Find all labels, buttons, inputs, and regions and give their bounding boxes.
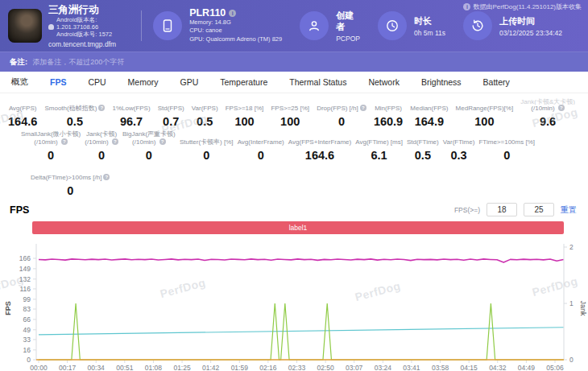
stat-item: Drop(FPS) [/h]?0: [317, 96, 366, 128]
stat-item: Var(FTime)0.3: [443, 130, 475, 162]
stat-value: 100: [474, 115, 494, 128]
svg-text:00:51: 00:51: [116, 364, 134, 371]
svg-text:04:15: 04:15: [461, 364, 478, 371]
tab-概览[interactable]: 概览: [11, 76, 28, 88]
stat-item: BigJank(严重卡顿)(/10min) ?0: [122, 130, 176, 162]
svg-text:99: 99: [23, 295, 31, 303]
svg-text:05:06: 05:06: [546, 364, 564, 371]
creator-label: 创建者: [336, 10, 360, 32]
svg-text:Jank: Jank: [579, 300, 587, 316]
android-icon: [48, 24, 54, 30]
svg-text:0: 0: [569, 356, 574, 364]
fps-threshold-input-2[interactable]: [524, 203, 554, 216]
tab-battery[interactable]: Battery: [483, 77, 510, 87]
fps-threshold-controls: FPS(>=) 重置: [454, 203, 577, 216]
tab-cpu[interactable]: CPU: [88, 77, 106, 87]
stat-value: 0: [203, 149, 209, 162]
stat-item: Avg(FPS)164.6: [8, 96, 37, 128]
label1-marker-banner[interactable]: label1: [32, 221, 564, 234]
help-icon[interactable]: ?: [103, 174, 110, 180]
upload-time-label: 上传时间: [499, 15, 562, 27]
stats-row-1: Avg(FPS)164.6Smooth(稳帧指数)?0.51%Low(FPS)9…: [0, 93, 588, 128]
perfdog-report-page: { "header": { "app": { "title": "三角洲行动",…: [0, 0, 588, 371]
stat-value: 100: [234, 115, 254, 128]
stat-item: 1%Low(FPS)96.7: [112, 96, 150, 128]
svg-text:04:32: 04:32: [489, 364, 507, 371]
fps-jank-chart[interactable]: 016334966839911613214916601200:0000:1700…: [0, 237, 588, 371]
svg-text:02:16: 02:16: [259, 364, 277, 371]
note-input[interactable]: 添加备注，不超过200个字符: [32, 57, 124, 68]
svg-text:03:58: 03:58: [432, 364, 449, 371]
svg-text:00:34: 00:34: [88, 364, 106, 371]
svg-text:02:50: 02:50: [317, 364, 334, 371]
stat-item: Avg(FPS+InterFrame)164.6: [288, 130, 351, 162]
svg-text:149: 149: [19, 265, 31, 273]
upload-time-value: 03/12/2025 23:34:42: [499, 29, 562, 37]
svg-text:03:41: 03:41: [403, 364, 420, 371]
svg-text:2: 2: [569, 243, 574, 251]
stat-value: 164.9: [415, 115, 444, 128]
stat-value: 160.9: [374, 115, 403, 128]
tab-network[interactable]: Network: [368, 77, 400, 87]
note-label: 备注:: [10, 57, 27, 68]
clock-icon: [385, 19, 400, 33]
stat-item: FPS>=25 [%]100: [271, 96, 309, 128]
svg-text:03:24: 03:24: [375, 364, 392, 371]
svg-text:132: 132: [19, 275, 31, 283]
svg-text:1: 1: [569, 299, 574, 307]
help-icon[interactable]: ?: [360, 105, 366, 111]
stat-item: MedRange(FPS)[%]100: [456, 96, 514, 128]
stat-value: 0.5: [67, 115, 83, 128]
help-icon[interactable]: ?: [112, 138, 118, 145]
stat-value: 0: [146, 149, 152, 162]
game-app-icon: [8, 9, 42, 43]
tab-temperature[interactable]: Temperature: [220, 77, 267, 87]
stat-item: Min(FPS)160.9: [374, 96, 403, 128]
stat-value: 0: [338, 115, 345, 128]
stat-value: 0.5: [197, 115, 213, 128]
help-icon[interactable]: ?: [98, 105, 105, 111]
svg-text:FPS: FPS: [4, 301, 12, 315]
svg-text:00:00: 00:00: [30, 364, 48, 371]
svg-text:01:42: 01:42: [202, 364, 220, 371]
creator-icon-circle: [300, 11, 329, 40]
app-info-block: 三角洲行动 Android版本名: 1.201.37108.66 Android…: [48, 4, 136, 48]
help-icon[interactable]: ?: [61, 138, 68, 145]
svg-text:166: 166: [19, 254, 31, 262]
stat-value: 164.6: [8, 115, 37, 128]
header-divider: [141, 10, 142, 41]
svg-text:02:33: 02:33: [288, 364, 306, 371]
device-info-icon[interactable]: i: [229, 10, 236, 17]
duration-block: 时长 0h 5m 11s: [378, 11, 445, 40]
device-block: PLR110i Memory: 14.8G CPU: canoe GPU: Qu…: [153, 8, 282, 44]
tab-gpu[interactable]: GPU: [180, 77, 199, 87]
tab-brightness[interactable]: Brightness: [421, 77, 462, 87]
stat-item: Std(FTime)0.5: [407, 130, 439, 162]
stat-value: 100: [280, 115, 300, 128]
note-bar: 备注: 添加备注，不超过200个字符: [0, 52, 588, 72]
stat-value: 0.5: [415, 149, 431, 162]
tab-memory[interactable]: Memory: [128, 77, 159, 87]
tab-thermal-status[interactable]: Thermal Status: [289, 77, 346, 87]
help-icon[interactable]: ?: [159, 138, 166, 145]
tab-fps[interactable]: FPS: [50, 77, 66, 87]
help-icon[interactable]: ?: [558, 105, 565, 111]
fps-threshold-input-1[interactable]: [487, 203, 517, 216]
stat-value: 164.6: [305, 149, 334, 162]
reset-link[interactable]: 重置: [561, 204, 577, 216]
svg-text:116: 116: [19, 285, 31, 293]
app-package: com.tencent.tmgp.dfm: [48, 40, 136, 48]
device-icon-circle: [153, 11, 182, 40]
upload-icon-circle: [463, 11, 492, 40]
stat-value: 0.7: [163, 115, 179, 128]
user-icon: [307, 19, 321, 33]
svg-text:0: 0: [27, 356, 31, 364]
fps-chart-title: FPS: [10, 204, 29, 216]
stat-item: FPS>=18 [%]100: [226, 96, 264, 128]
svg-text:01:25: 01:25: [173, 364, 191, 371]
report-header: 三角洲行动 Android版本名: 1.201.37108.66 Android…: [0, 0, 588, 52]
device-memory: Memory: 14.8G: [189, 19, 282, 27]
svg-text:04:49: 04:49: [518, 364, 536, 371]
fps-section-header: FPS FPS(>=) 重置: [0, 197, 588, 219]
svg-text:01:08: 01:08: [145, 364, 163, 371]
